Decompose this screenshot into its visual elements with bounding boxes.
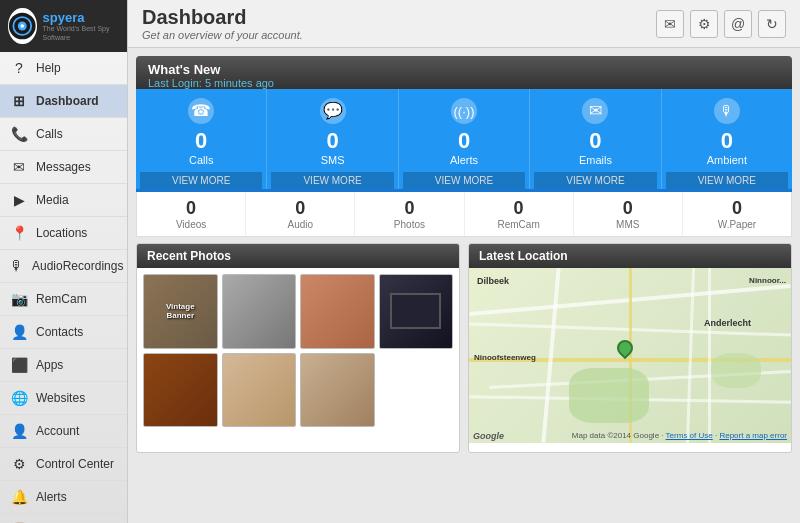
- sidebar-item-websites[interactable]: 🌐Websites: [0, 382, 127, 415]
- photo-grid: VintageBanner: [137, 268, 459, 433]
- sec-label-photos: Photos: [394, 219, 425, 230]
- stat-icon-alerts: ((·)): [450, 97, 478, 128]
- sec-label-audio: Audio: [287, 219, 313, 230]
- stat-count-calls: 0: [195, 128, 207, 154]
- sec-label-remcam: RemCam: [497, 219, 539, 230]
- stat-label-ambient: Ambient: [707, 154, 747, 166]
- sidebar-item-account[interactable]: 👤Account: [0, 415, 127, 448]
- stat-count-sms: 0: [326, 128, 338, 154]
- map-label-dilbeek: Dilbeek: [477, 276, 509, 286]
- photo-thumb-2[interactable]: [222, 274, 297, 349]
- nav-icon-dashboard: ⊞: [10, 93, 28, 109]
- sidebar-item-controlcenter[interactable]: ⚙Control Center: [0, 448, 127, 481]
- stat-viewmore-ambient[interactable]: VIEW MORE: [666, 172, 788, 189]
- svg-text:✉: ✉: [589, 102, 602, 119]
- nav-label-calls: Calls: [36, 127, 63, 141]
- stat-viewmore-alerts[interactable]: VIEW MORE: [403, 172, 525, 189]
- sec-stat-videos: 0 Videos: [137, 192, 246, 236]
- content-area: What's New Last Login: 5 minutes ago ☎ 0…: [128, 48, 800, 523]
- sidebar-item-locations[interactable]: 📍Locations: [0, 217, 127, 250]
- photo-thumb-3[interactable]: [300, 274, 375, 349]
- nav-label-media: Media: [36, 193, 69, 207]
- photo-thumb-5[interactable]: [143, 353, 218, 428]
- sidebar-item-apps[interactable]: ⬛Apps: [0, 349, 127, 382]
- nav-icon-controlcenter: ⚙: [10, 456, 28, 472]
- sidebar-item-messages[interactable]: ✉Messages: [0, 151, 127, 184]
- sidebar-item-alerts[interactable]: 🔔Alerts: [0, 481, 127, 514]
- sidebar-item-calls[interactable]: 📞Calls: [0, 118, 127, 151]
- photo-thumb-1[interactable]: VintageBanner: [143, 274, 218, 349]
- terms-link[interactable]: Terms of Use: [666, 431, 713, 440]
- nav-icon-locations: 📍: [10, 225, 28, 241]
- secondary-stats-row: 0 Videos 0 Audio 0 Photos 0 RemCam 0 MMS…: [136, 192, 792, 237]
- stat-item-calls: ☎ 0 Calls VIEW MORE: [136, 89, 267, 189]
- sidebar-item-remcam[interactable]: 📷RemCam: [0, 283, 127, 316]
- email-icon-btn[interactable]: ✉: [656, 10, 684, 38]
- svg-point-3: [20, 24, 24, 28]
- sec-count-mms: 0: [623, 198, 633, 219]
- stat-icon-sms: 💬: [319, 97, 347, 128]
- stat-item-emails: ✉ 0 Emails VIEW MORE: [530, 89, 661, 189]
- page-subtitle: Get an overview of your account.: [142, 29, 303, 41]
- recent-photos-panel: Recent Photos VintageBanner: [136, 243, 460, 453]
- whats-new-container: What's New Last Login: 5 minutes ago ☎ 0…: [136, 56, 792, 237]
- stat-label-alerts: Alerts: [450, 154, 478, 166]
- nav-icon-contacts: 👤: [10, 324, 28, 340]
- stat-count-emails: 0: [589, 128, 601, 154]
- report-link[interactable]: Report a map error: [719, 431, 787, 440]
- svg-text:🎙: 🎙: [720, 103, 734, 119]
- sidebar-item-contacts[interactable]: 👤Contacts: [0, 316, 127, 349]
- header-toolbar: ✉ ⚙ @ ↻: [656, 10, 786, 38]
- sec-label-videos: Videos: [176, 219, 206, 230]
- stat-item-ambient: 🎙 0 Ambient VIEW MORE: [662, 89, 792, 189]
- nav-label-contacts: Contacts: [36, 325, 83, 339]
- latest-location-panel: Latest Location: [468, 243, 792, 453]
- logo-text: spyera: [43, 10, 119, 25]
- sec-count-photos: 0: [404, 198, 414, 219]
- sec-count-videos: 0: [186, 198, 196, 219]
- refresh-icon-btn[interactable]: ↻: [758, 10, 786, 38]
- stat-viewmore-emails[interactable]: VIEW MORE: [534, 172, 656, 189]
- stat-count-alerts: 0: [458, 128, 470, 154]
- nav-icon-calls: 📞: [10, 126, 28, 142]
- nav-label-help: Help: [36, 61, 61, 75]
- photo-thumb-4[interactable]: [379, 274, 454, 349]
- nav-icon-apps: ⬛: [10, 357, 28, 373]
- sidebar: spyera The World's Best Spy Software ?He…: [0, 0, 128, 523]
- stat-viewmore-calls[interactable]: VIEW MORE: [140, 172, 262, 189]
- stat-item-alerts: ((·)) 0 Alerts VIEW MORE: [399, 89, 530, 189]
- page-title: Dashboard: [142, 6, 303, 29]
- sidebar-item-audiorecordings[interactable]: 🎙AudioRecordings: [0, 250, 127, 283]
- svg-text:☎: ☎: [191, 102, 211, 119]
- nav-icon-account: 👤: [10, 423, 28, 439]
- nav-label-dashboard: Dashboard: [36, 94, 99, 108]
- whats-new-banner: What's New Last Login: 5 minutes ago: [136, 56, 792, 89]
- nav-label-audiorecordings: AudioRecordings: [32, 259, 123, 273]
- photo-thumb-6[interactable]: [222, 353, 297, 428]
- svg-text:((·)): ((·)): [454, 104, 475, 119]
- photo-thumb-7[interactable]: [300, 353, 375, 428]
- at-icon-btn[interactable]: @: [724, 10, 752, 38]
- nav-icon-websites: 🌐: [10, 390, 28, 406]
- sidebar-item-media[interactable]: ▶Media: [0, 184, 127, 217]
- nav-label-apps: Apps: [36, 358, 63, 372]
- sidebar-item-pendingcmds[interactable]: ⏳Pending CMDs: [0, 514, 127, 523]
- sec-stat-photos: 0 Photos: [355, 192, 464, 236]
- nav-label-websites: Websites: [36, 391, 85, 405]
- stat-label-sms: SMS: [321, 154, 345, 166]
- logo-area: spyera The World's Best Spy Software: [0, 0, 127, 52]
- sidebar-item-help[interactable]: ?Help: [0, 52, 127, 85]
- stat-viewmore-sms[interactable]: VIEW MORE: [271, 172, 393, 189]
- settings-icon-btn[interactable]: ⚙: [690, 10, 718, 38]
- sec-stat-audio: 0 Audio: [246, 192, 355, 236]
- sidebar-item-dashboard[interactable]: ⊞Dashboard: [0, 85, 127, 118]
- nav-label-controlcenter: Control Center: [36, 457, 114, 471]
- top-header: Dashboard Get an overview of your accoun…: [128, 0, 800, 48]
- nav-label-locations: Locations: [36, 226, 87, 240]
- nav-icon-help: ?: [10, 60, 28, 76]
- nav-label-remcam: RemCam: [36, 292, 87, 306]
- map-footer: Google Map data ©2014 Google · Terms of …: [469, 431, 791, 441]
- sec-count-w.paper: 0: [732, 198, 742, 219]
- sec-count-audio: 0: [295, 198, 305, 219]
- sec-count-remcam: 0: [514, 198, 524, 219]
